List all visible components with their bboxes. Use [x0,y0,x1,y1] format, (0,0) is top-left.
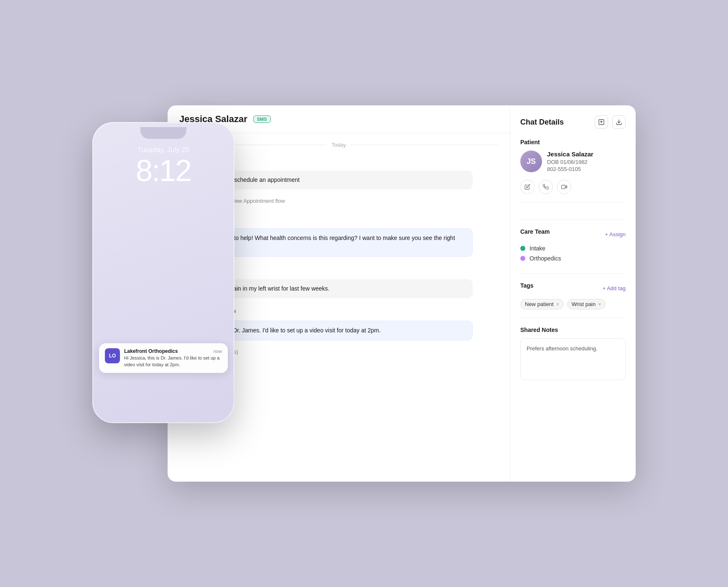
tag-wrist-pain: Wrist pain × [567,299,606,309]
edit-patient-button[interactable] [520,180,535,194]
add-tag-button[interactable]: + Add tag [603,285,626,291]
notification-icon: LO [105,348,120,363]
assign-care-team-button[interactable]: + Assign [605,231,626,237]
tag-close-button[interactable]: × [598,301,601,307]
phone-time-display: Tuesday, July 25 8:12 [92,146,234,186]
care-team-item: Intake [520,245,626,252]
download-button[interactable] [612,115,626,129]
tags-container: New patient × Wrist pain × [520,299,626,309]
patient-dob: DOB 01/06/1982 [547,159,593,165]
details-actions [595,115,626,129]
notification-time: now [214,349,222,354]
tags-label: Tags [520,282,534,289]
upload-button[interactable] [595,115,608,129]
notification-content: Lakefront Orthopedics now Hi Jessica, th… [124,348,222,368]
care-team-intake-label: Intake [529,245,545,252]
patient-section: Patient JS Jessica Salazar DOB 01/06/198… [520,139,626,220]
notes-section: Shared Notes Prefers afternoon schedulin… [520,327,626,382]
phone-date: Tuesday, July 25 [92,146,234,154]
orthopedics-dot [520,256,525,261]
notification-title: Lakefront Orthopedics [124,348,178,354]
notes-label: Shared Notes [520,327,626,333]
shared-notes-input[interactable]: Prefers afternoon scheduling. [520,338,626,380]
care-team-header: Care Team + Assign [520,228,626,240]
app-window: Jessica Salazar SMS Today JS Jessica Sal… [168,105,636,482]
intake-dot [520,246,525,251]
details-title: Chat Details [520,118,564,127]
phone-clock: 8:12 [92,156,234,186]
phone-mockup: Tuesday, July 25 8:12 LO Lakefront Ortho… [92,122,234,423]
phone-notch [140,127,186,139]
patient-info: Jessica Salazar DOB 01/06/1982 802-555-0… [547,151,593,173]
care-team-orthopedics-label: Orthopedics [529,255,561,262]
svg-rect-2 [562,185,565,189]
tags-section: Tags + Add tag New patient × Wrist pain … [520,282,626,318]
sms-badge: SMS [253,115,271,123]
patient-phone: 802-555-0105 [547,166,593,172]
details-panel: Chat Details [510,105,636,482]
tag-new-patient: New patient × [520,299,564,309]
care-team-label: Care Team [520,228,550,235]
tag-label: New patient [525,301,554,307]
patient-card: JS Jessica Salazar DOB 01/06/1982 802-55… [520,151,626,173]
patient-name: Jessica Salazar [547,151,593,158]
tag-label: Wrist pain [572,301,596,307]
notification-body: Hi Jessica, this is Dr. James. I'd like … [124,355,222,368]
patient-section-label: Patient [520,139,626,145]
care-team-item: Orthopedics [520,255,626,262]
tag-close-button[interactable]: × [556,301,559,307]
svg-marker-1 [565,186,567,188]
details-header: Chat Details [520,115,626,129]
phone-notification: LO Lakefront Orthopedics now Hi Jessica,… [99,343,228,373]
call-patient-button[interactable] [539,180,553,194]
patient-avatar: JS [520,151,542,172]
tags-header: Tags + Add tag [520,282,626,294]
video-patient-button[interactable] [557,180,571,194]
patient-actions [520,180,626,203]
care-team-section: Care Team + Assign Intake Orthopedics [520,228,626,274]
